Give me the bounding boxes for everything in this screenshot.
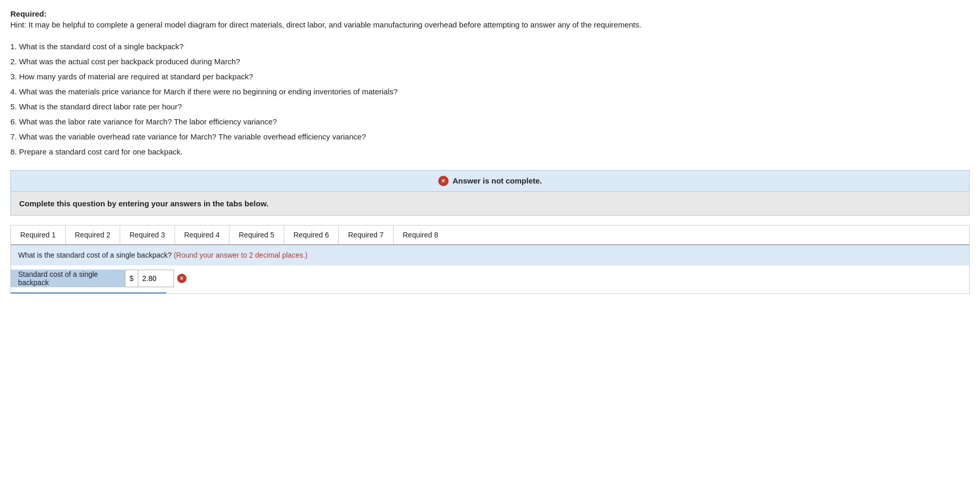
instruction-text: Complete this question by entering your …	[19, 199, 268, 208]
question-item: 5. What is the standard direct labor rat…	[10, 100, 970, 114]
tab-content: What is the standard cost of a single ba…	[11, 245, 969, 294]
tab-req7[interactable]: Required 7	[339, 226, 394, 244]
question-item: 6. What was the labor rate variance for …	[10, 115, 970, 129]
answer-label-cell: Standard cost of a single backpack	[11, 270, 125, 287]
status-message: Answer is not complete.	[453, 176, 542, 185]
answer-input[interactable]	[138, 270, 174, 287]
status-error-icon: ×	[438, 176, 449, 186]
dollar-sign: $	[125, 270, 138, 287]
tabs-container: Required 1Required 2Required 3Required 4…	[10, 225, 970, 294]
round-note: (Round your answer to 2 decimal places.)	[174, 251, 307, 259]
question-item: 1. What is the standard cost of a single…	[10, 39, 970, 53]
question-instruction: What is the standard cost of a single ba…	[11, 245, 969, 266]
question-item: 2. What was the actual cost per backpack…	[10, 54, 970, 68]
bottom-line	[11, 292, 166, 293]
question-item: 4. What was the materials price variance…	[10, 85, 970, 99]
answer-label: Standard cost of a single backpack	[18, 270, 118, 287]
tab-req1[interactable]: Required 1	[11, 226, 66, 244]
required-header: Required:	[10, 9, 970, 18]
question-item: 3. How many yards of material are requir…	[10, 69, 970, 83]
hint-text: Hint: It may be helpful to complete a ge…	[10, 19, 970, 31]
tabs-row: Required 1Required 2Required 3Required 4…	[11, 226, 969, 245]
tab-req4[interactable]: Required 4	[175, 226, 230, 244]
question-item: 8. Prepare a standard cost card for one …	[10, 145, 970, 159]
questions-list: 1. What is the standard cost of a single…	[10, 39, 970, 159]
question-text: What is the standard cost of a single ba…	[18, 251, 172, 259]
tab-req3[interactable]: Required 3	[120, 226, 175, 244]
dollar-symbol: $	[129, 274, 134, 283]
answer-error-icon: ×	[177, 274, 186, 283]
question-item: 7. What was the variable overhead rate v…	[10, 130, 970, 144]
complete-instruction: Complete this question by entering your …	[10, 192, 970, 216]
tab-req5[interactable]: Required 5	[229, 226, 284, 244]
tab-req8[interactable]: Required 8	[394, 226, 448, 244]
answer-status-bar: × Answer is not complete.	[10, 170, 970, 192]
tab-req6[interactable]: Required 6	[284, 226, 339, 244]
tab-req2[interactable]: Required 2	[66, 226, 121, 244]
answer-row: Standard cost of a single backpack $ ×	[11, 265, 969, 287]
